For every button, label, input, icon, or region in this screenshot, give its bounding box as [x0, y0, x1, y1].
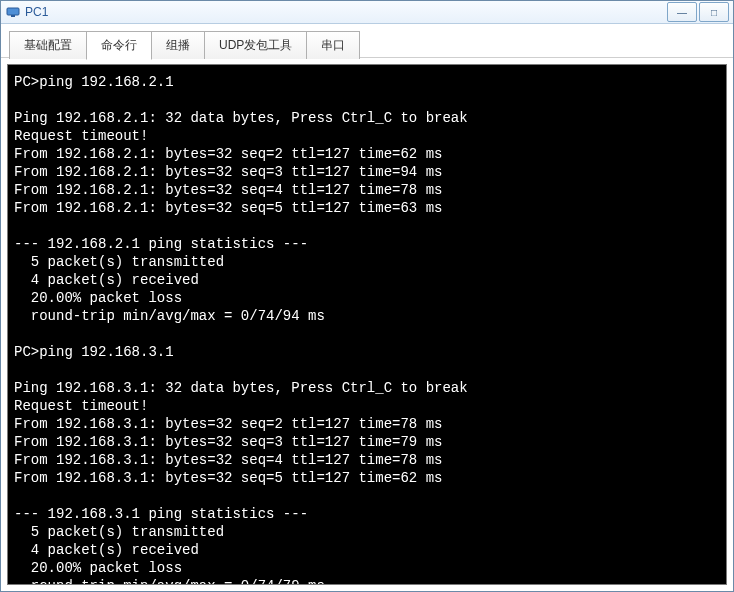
- maximize-button[interactable]: □: [699, 2, 729, 22]
- svg-rect-0: [7, 8, 19, 15]
- window-title: PC1: [25, 5, 48, 19]
- svg-rect-1: [11, 15, 15, 17]
- maximize-icon: □: [711, 7, 717, 18]
- tab-udp-tool[interactable]: UDP发包工具: [204, 31, 307, 59]
- tab-command-line[interactable]: 命令行: [86, 31, 152, 60]
- tab-label: 组播: [166, 37, 190, 54]
- titlebar: PC1 — □: [1, 1, 733, 24]
- tab-basic-config[interactable]: 基础配置: [9, 31, 87, 59]
- tab-bar: 基础配置 命令行 组播 UDP发包工具 串口: [1, 24, 733, 58]
- tab-label: 命令行: [101, 37, 137, 54]
- tab-multicast[interactable]: 组播: [151, 31, 205, 59]
- minimize-icon: —: [677, 7, 687, 18]
- terminal-output[interactable]: PC>ping 192.168.2.1 Ping 192.168.2.1: 32…: [7, 64, 727, 585]
- tab-label: 串口: [321, 37, 345, 54]
- window-buttons: — □: [667, 2, 729, 22]
- tab-serial[interactable]: 串口: [306, 31, 360, 59]
- app-icon: [5, 4, 21, 20]
- tab-label: 基础配置: [24, 37, 72, 54]
- minimize-button[interactable]: —: [667, 2, 697, 22]
- pc-window: PC1 — □ 基础配置 命令行 组播 UDP发包工具 串口 PC>ping 1…: [0, 0, 734, 592]
- tab-label: UDP发包工具: [219, 37, 292, 54]
